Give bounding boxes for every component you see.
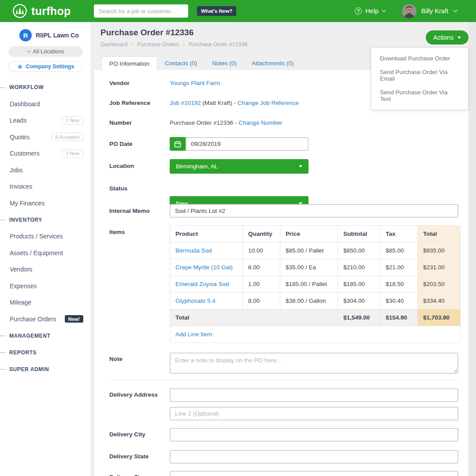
tax-cell: $18.50 (380, 276, 418, 293)
sidebar-badge: 1 New (62, 116, 83, 125)
menu-item-download-purchase-order[interactable]: Download Purchase Order (371, 52, 468, 65)
vendor-link[interactable]: Youngs Plant Farm (170, 80, 220, 86)
sidebar-item-invoices[interactable]: Invoices (0, 178, 91, 195)
sidebar-item-assets-equipment[interactable]: Assets / Equipment (0, 245, 91, 261)
product-link[interactable]: Bermuda Sod (175, 247, 212, 254)
help-label: Help (365, 7, 379, 15)
product-cell: Bermuda Sod (170, 242, 243, 259)
note-textarea[interactable] (170, 353, 458, 374)
company-settings-label: Company Settings (26, 63, 74, 70)
product-cell: Crepe Myrtle (10 Gal) (170, 259, 243, 276)
total-tax-cell: $154.90 (380, 309, 418, 326)
total-label-cell: Total (170, 309, 338, 326)
product-link[interactable]: Emerald Zoysia Sod (175, 281, 229, 287)
delivery-address-label: Delivery Address (109, 391, 158, 398)
sidebar-item-jobs[interactable]: Jobs (0, 162, 91, 178)
breadcrumb-item[interactable]: Dashboard (100, 41, 127, 48)
brand-logo[interactable]: turfhop (12, 4, 71, 19)
delivery-city-input[interactable] (170, 428, 458, 442)
delivery-address-input[interactable] (170, 388, 458, 402)
add-line-item-row: Add Line Item (170, 326, 461, 343)
sidebar-item-label: Invoices (10, 183, 83, 190)
sidebar-item-my-finances[interactable]: My Finances (0, 195, 91, 212)
sidebar-badge: New! (65, 315, 83, 323)
job-link[interactable]: Job #10192 (170, 100, 201, 106)
company-header: R RIIPL Lawn Co (0, 22, 91, 41)
gear-icon (17, 64, 23, 70)
vertical-scrollbar[interactable] (469, 22, 476, 476)
sidebar-item-products-services[interactable]: Products / Services (0, 228, 91, 245)
internal-memo-input[interactable] (170, 204, 458, 218)
breadcrumb-item[interactable]: Purchase Orders (137, 41, 178, 48)
table-total-row: Total$1,549.00$154.90$1,703.90 (170, 309, 461, 326)
search-input[interactable] (94, 4, 188, 18)
quantity-cell: 10.00 (243, 242, 280, 259)
vendor-label: Vendor (109, 80, 130, 86)
location-select[interactable]: Birmingham, AL (170, 159, 309, 174)
sidebar-section-label: SUPER ADMIN (9, 366, 49, 372)
number-label: Number (109, 119, 132, 126)
sidebar-section-heading: ···REPORTS (0, 344, 91, 361)
delivery-address-line2-input[interactable] (170, 407, 458, 420)
calendar-icon[interactable] (170, 137, 186, 151)
price-cell: $35.00 / Ea (280, 259, 338, 276)
tab-notes-0[interactable]: Notes (0) (205, 56, 244, 70)
column-header-tax: Tax (380, 226, 418, 242)
sidebar-item-customers[interactable]: Customers3 New (0, 145, 91, 162)
all-locations-selector[interactable]: All Locations (8, 46, 83, 57)
sidebar-section-reports: ···REPORTS (0, 344, 91, 361)
tab-attachments-0[interactable]: Attachments (0) (244, 56, 301, 70)
change-number-link[interactable]: Change Number (238, 119, 282, 126)
tax-cell: $85.00 (380, 242, 418, 259)
chevron-down-icon[interactable] (453, 8, 457, 12)
sidebar-item-leads[interactable]: Leads1 New (0, 112, 91, 129)
sidebar-section-heading: ···INVENTORY (0, 212, 91, 228)
section-dashes-icon: ··· (0, 216, 6, 223)
add-line-item-link[interactable]: Add Line Item (175, 331, 212, 338)
all-locations-label: All Locations (33, 48, 64, 55)
change-job-reference-link[interactable]: Change Job Reference (238, 100, 299, 106)
whats-new-button[interactable]: What's New? (197, 6, 236, 16)
total-subtotal-cell: $1,549.00 (338, 309, 380, 326)
table-row: Glyphosate 5.48.00$38.00 / Gallon$304.00… (170, 293, 461, 309)
sidebar-item-label: Vendors (10, 266, 83, 273)
delivery-state-input[interactable] (170, 450, 458, 464)
help-menu[interactable]: ? Help (355, 7, 385, 15)
total-cell: $203.50 (418, 276, 461, 293)
column-header-quantity: Quantity (243, 226, 280, 242)
menu-item-send-purchase-order-via-email[interactable]: Send Purchase Order Via Email (371, 65, 468, 86)
actions-button[interactable]: Actions (426, 30, 469, 45)
page-title: Purchase Order #12336 (100, 28, 193, 37)
tax-cell: $30.40 (380, 293, 418, 309)
sidebar-item-quotes[interactable]: Quotes8 Accepted (0, 129, 91, 145)
delivery-zip-input[interactable] (170, 471, 458, 476)
tab-contacts-0[interactable]: Contacts (0) (157, 56, 205, 70)
column-header-price: Price (280, 226, 338, 242)
product-link[interactable]: Crepe Myrtle (10 Gal) (175, 264, 233, 271)
total-grand-cell: $1,703.90 (418, 309, 461, 326)
sidebar-item-label: Customers (10, 150, 62, 157)
subtotal-cell: $850.00 (338, 242, 380, 259)
total-cell: $231.00 (418, 259, 461, 276)
sidebar-item-mileage[interactable]: Mileage (0, 294, 91, 311)
main-content: Purchase Order #12336 Dashboard›Purchase… (91, 22, 476, 476)
sidebar-item-purchase-orders[interactable]: Purchase OrdersNew! (0, 311, 91, 327)
location-label: Location (109, 163, 134, 169)
section-dashes-icon: ··· (0, 84, 6, 91)
price-cell: $38.00 / Gallon (280, 293, 338, 309)
sidebar-item-dashboard[interactable]: Dashboard (0, 96, 91, 112)
sidebar-item-expenses[interactable]: Expenses (0, 278, 91, 294)
po-date-input[interactable] (186, 137, 309, 151)
sidebar-section-label: MANAGEMENT (9, 333, 50, 339)
sidebar-item-vendors[interactable]: Vendors (0, 261, 91, 278)
menu-item-send-purchase-order-via-text[interactable]: Send Purchase Order Via Text (371, 86, 468, 106)
tab-bar: PO InformationContacts (0)Notes (0)Attac… (101, 56, 301, 70)
product-link[interactable]: Glyphosate 5.4 (175, 298, 216, 304)
number-text: Purchase Order #12336 - (170, 119, 238, 126)
user-avatar[interactable] (402, 4, 416, 19)
po-date-label: PO Date (109, 141, 133, 147)
company-settings-button[interactable]: Company Settings (8, 61, 83, 72)
sidebar-item-label: Expenses (10, 283, 83, 290)
sidebar-sections: ···WORKFLOWDashboardLeads1 NewQuotes8 Ac… (0, 79, 91, 378)
tab-po-information[interactable]: PO Information (101, 56, 157, 70)
